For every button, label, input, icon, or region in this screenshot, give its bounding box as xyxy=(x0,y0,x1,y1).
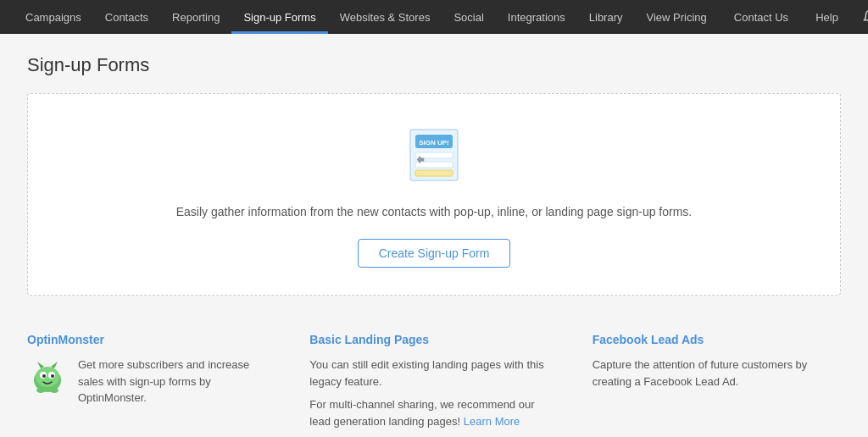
bell-icon[interactable]: 1 xyxy=(854,0,868,34)
optinmonster-card: OptinMonster xyxy=(27,333,275,436)
svg-marker-13 xyxy=(37,362,44,368)
nav-contacts[interactable]: Contacts xyxy=(93,0,160,34)
facebook-lead-ads-title: Facebook Lead Ads xyxy=(593,333,841,346)
signup-illustration: SIGN UP! xyxy=(400,121,468,191)
svg-rect-5 xyxy=(415,170,453,176)
optinmonster-body: Get more subscribers and increase sales … xyxy=(27,357,275,407)
nav-social[interactable]: Social xyxy=(442,0,495,34)
page-title: Sign-up Forms xyxy=(27,54,841,76)
svg-rect-4 xyxy=(415,162,453,168)
top-nav: Campaigns Contacts Reporting Sign-up For… xyxy=(0,0,868,34)
nav-reporting[interactable]: Reporting xyxy=(160,0,231,34)
nav-signup-forms[interactable]: Sign-up Forms xyxy=(231,0,327,34)
main-content: Sign-up Forms SIGN UP! Easily gather inf… xyxy=(0,34,868,437)
svg-point-11 xyxy=(42,374,46,378)
nav-library[interactable]: Library xyxy=(577,0,635,34)
svg-point-12 xyxy=(51,374,54,378)
facebook-lead-ads-card: Facebook Lead Ads Capture the attention … xyxy=(593,333,841,436)
facebook-lead-ads-text: Capture the attention of future customer… xyxy=(593,357,841,390)
nav-integrations[interactable]: Integrations xyxy=(496,0,577,34)
svg-rect-3 xyxy=(415,152,453,158)
nav-campaigns[interactable]: Campaigns xyxy=(14,0,93,34)
nav-help[interactable]: Help xyxy=(804,0,850,34)
svg-point-15 xyxy=(36,388,45,393)
optinmonster-text: Get more subscribers and increase sales … xyxy=(78,357,275,407)
promo-description: Easily gather information from the new c… xyxy=(176,205,693,218)
nav-right: View Pricing Contact Us Help 1 xyxy=(635,0,868,34)
create-signup-form-button[interactable]: Create Sign-up Form xyxy=(358,239,511,268)
svg-text:SIGN UP!: SIGN UP! xyxy=(419,139,449,147)
optinmonster-icon xyxy=(27,357,68,397)
nav-websites-stores[interactable]: Websites & Stores xyxy=(328,0,442,34)
basic-landing-pages-title: Basic Landing Pages xyxy=(309,333,558,346)
signup-form-promo-box: SIGN UP! Easily gather information from … xyxy=(27,93,841,296)
optinmonster-title: OptinMonster xyxy=(27,333,275,346)
feature-cards: OptinMonster xyxy=(27,323,841,437)
basic-landing-pages-text: You can still edit existing landing page… xyxy=(309,357,558,429)
learn-more-link[interactable]: Learn More xyxy=(464,415,520,428)
nav-view-pricing[interactable]: View Pricing xyxy=(635,0,719,34)
basic-landing-pages-card: Basic Landing Pages You can still edit e… xyxy=(309,333,558,436)
svg-marker-14 xyxy=(51,362,58,368)
svg-point-16 xyxy=(50,388,58,393)
nav-left: Campaigns Contacts Reporting Sign-up For… xyxy=(14,0,635,34)
nav-contact-us[interactable]: Contact Us xyxy=(722,0,800,34)
